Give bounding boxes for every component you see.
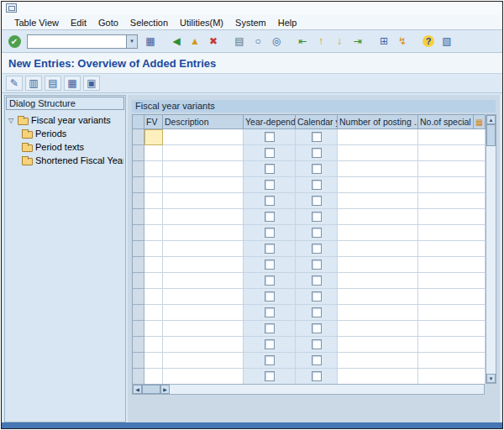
calendar-yr-checkbox[interactable] [312, 355, 322, 365]
horizontal-scroll-track[interactable] [170, 385, 484, 394]
table-settings-icon[interactable]: ▦ [474, 115, 486, 129]
description-cell[interactable] [163, 241, 244, 257]
posting-periods-cell[interactable] [338, 209, 418, 225]
vertical-scroll-track[interactable] [486, 146, 496, 374]
description-cell[interactable] [163, 257, 244, 273]
menu-item[interactable]: Goto [92, 16, 124, 29]
description-cell[interactable] [163, 289, 244, 305]
posting-periods-cell[interactable] [338, 337, 418, 353]
calendar-yr-checkbox[interactable] [312, 180, 322, 190]
row-selector[interactable] [133, 289, 144, 305]
customize-layout-icon[interactable]: ▧ [438, 33, 455, 50]
special-periods-cell[interactable] [418, 273, 486, 289]
description-cell[interactable] [163, 161, 244, 177]
scroll-down-icon[interactable]: ▼ [486, 374, 496, 383]
menu-item[interactable]: System [229, 16, 272, 29]
fv-cell[interactable] [144, 257, 163, 273]
calendar-yr-checkbox[interactable] [312, 228, 322, 238]
posting-periods-cell[interactable] [338, 257, 418, 273]
row-selector[interactable] [133, 129, 144, 145]
select-all-icon[interactable]: ▦ [64, 76, 81, 91]
special-periods-cell[interactable] [418, 369, 486, 385]
fv-cell[interactable] [144, 273, 163, 289]
tree-node-label[interactable]: Periods [35, 128, 66, 139]
special-periods-cell[interactable] [418, 337, 486, 353]
calendar-yr-checkbox[interactable] [312, 148, 322, 158]
fv-cell[interactable] [144, 289, 163, 305]
posting-periods-cell[interactable] [338, 321, 418, 337]
exit-icon[interactable]: ▲ [186, 33, 203, 50]
special-periods-cell[interactable] [418, 257, 486, 273]
calendar-yr-checkbox[interactable] [312, 291, 322, 302]
delete-entry-icon[interactable]: ▤ [45, 76, 61, 91]
posting-periods-cell[interactable] [338, 369, 418, 385]
special-periods-cell[interactable] [418, 241, 486, 257]
scroll-up-icon[interactable]: ▲ [486, 115, 496, 124]
year-dependent-checkbox[interactable] [265, 180, 275, 190]
tree-expander-icon[interactable]: ▽ [7, 117, 15, 124]
vertical-scrollbar[interactable]: ▲ ▼ [486, 114, 496, 384]
scroll-left-icon[interactable]: ◀ [133, 385, 142, 394]
menu-item[interactable]: Utilities(M) [174, 16, 229, 29]
back-icon[interactable]: ◀ [168, 33, 185, 50]
fv-cell[interactable] [144, 145, 163, 161]
tree-node[interactable]: Period texts [7, 140, 123, 154]
row-selector[interactable] [133, 305, 144, 321]
horizontal-scroll-thumb[interactable] [142, 385, 160, 394]
posting-periods-cell[interactable] [338, 145, 418, 161]
next-page-icon[interactable]: ↓ [331, 33, 348, 50]
header-description[interactable]: Description [163, 115, 244, 129]
posting-periods-cell[interactable] [338, 305, 418, 321]
save-icon[interactable]: ▦ [142, 33, 159, 50]
calendar-yr-checkbox[interactable] [312, 132, 322, 142]
fv-cell[interactable] [144, 369, 163, 385]
help-icon[interactable]: ? [420, 33, 437, 50]
cancel-icon[interactable]: ✖ [205, 33, 222, 50]
year-dependent-checkbox[interactable] [265, 307, 275, 317]
menu-item[interactable]: Help [272, 16, 303, 29]
year-dependent-checkbox[interactable] [265, 339, 275, 349]
calendar-yr-checkbox[interactable] [312, 244, 322, 254]
command-history-dropdown-icon[interactable]: ▾ [126, 34, 138, 49]
year-dependent-checkbox[interactable] [265, 212, 275, 222]
row-selector[interactable] [133, 193, 144, 209]
posting-periods-cell[interactable] [338, 273, 418, 289]
vertical-scroll-thumb[interactable] [486, 124, 496, 146]
fv-cell[interactable] [144, 321, 163, 337]
posting-periods-cell[interactable] [338, 129, 418, 145]
special-periods-cell[interactable] [418, 177, 486, 193]
fv-cell[interactable] [144, 353, 163, 369]
tree-node-fiscal-year-variants[interactable]: ▽ Fiscal year variants [7, 113, 123, 127]
tree-node-label[interactable]: Shortened Fiscal Year [35, 155, 123, 165]
menu-item[interactable]: Table View [8, 16, 65, 29]
year-dependent-checkbox[interactable] [265, 228, 275, 238]
tree-node-label[interactable]: Period texts [35, 142, 84, 152]
posting-periods-cell[interactable] [338, 225, 418, 241]
row-selector[interactable] [133, 337, 144, 353]
year-dependent-checkbox[interactable] [265, 275, 275, 286]
system-menu-icon[interactable] [6, 3, 17, 13]
row-selector[interactable] [133, 161, 144, 177]
row-selector[interactable] [133, 353, 144, 369]
calendar-yr-checkbox[interactable] [312, 339, 322, 349]
calendar-yr-checkbox[interactable] [312, 275, 322, 286]
fv-cell[interactable] [144, 209, 163, 225]
year-dependent-checkbox[interactable] [265, 244, 275, 254]
description-cell[interactable] [163, 225, 244, 241]
special-periods-cell[interactable] [418, 321, 486, 337]
row-selector[interactable] [133, 321, 144, 337]
calendar-yr-checkbox[interactable] [312, 260, 322, 270]
posting-periods-cell[interactable] [338, 289, 418, 305]
fv-cell[interactable] [144, 129, 163, 145]
print-icon[interactable]: ▤ [231, 33, 248, 50]
year-dependent-checkbox[interactable] [265, 291, 275, 302]
year-dependent-checkbox[interactable] [265, 371, 275, 381]
row-selector[interactable] [133, 225, 144, 241]
year-dependent-checkbox[interactable] [265, 196, 275, 206]
description-cell[interactable] [163, 337, 244, 353]
year-dependent-checkbox[interactable] [265, 132, 275, 142]
description-cell[interactable] [163, 193, 244, 209]
year-dependent-checkbox[interactable] [265, 323, 275, 333]
posting-periods-cell[interactable] [338, 161, 418, 177]
horizontal-scrollbar[interactable]: ◀ ▶ [132, 384, 485, 395]
